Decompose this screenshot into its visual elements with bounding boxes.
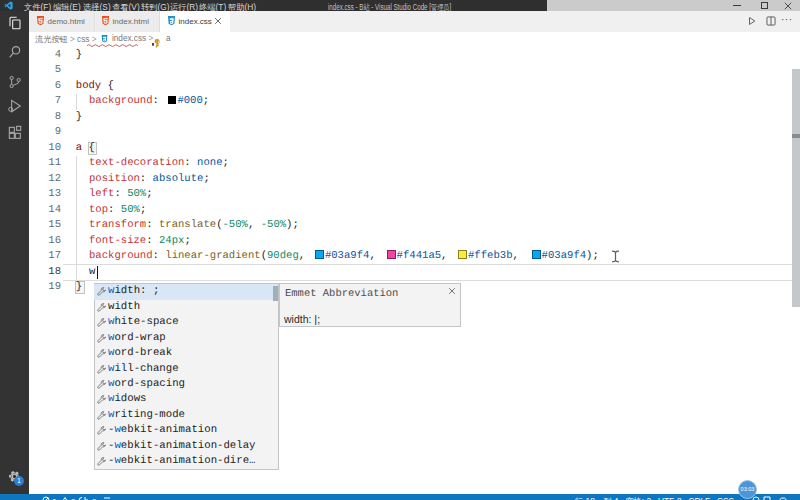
svg-text:0: 0 xyxy=(71,497,76,500)
svg-text:0: 0 xyxy=(92,497,97,500)
svg-text:0: 0 xyxy=(52,497,57,500)
